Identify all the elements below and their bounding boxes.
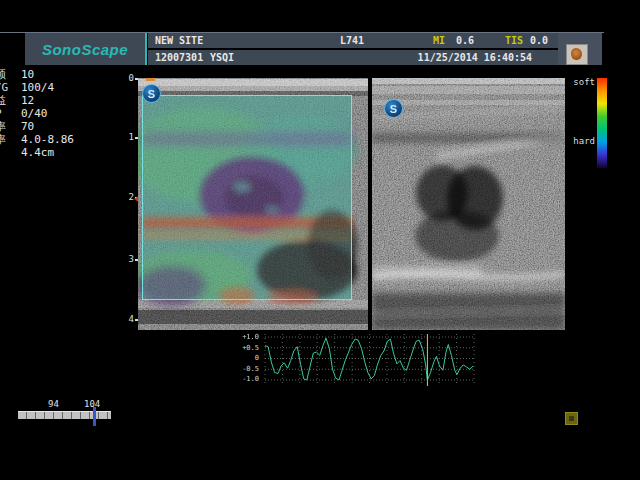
depth-mark-3: 3	[126, 255, 134, 264]
param-label: 频	[0, 68, 21, 81]
param-label: 益	[0, 94, 21, 107]
tis-label: TIS	[505, 33, 523, 48]
param-value: 4.0-8.86	[21, 133, 74, 146]
mi-label: MI	[433, 33, 445, 48]
body-mark-icon	[571, 48, 582, 60]
sonoscape-badge-icon: S	[142, 84, 161, 103]
param-row: /G100/4	[0, 81, 113, 94]
probe-model: L741	[340, 33, 364, 48]
orientation-marker-icon	[146, 78, 155, 81]
depth-mark-1: 1	[126, 133, 134, 142]
image-parameter-list: 频10 /G100/4 益12 P0/40 率70 率4.0-8.86 4.4c…	[0, 68, 113, 159]
body-mark-thumbnail[interactable]	[566, 44, 588, 65]
status-indicator-icon	[565, 412, 578, 425]
elastography-image	[138, 78, 368, 330]
exam-info-row-2: 12007301 YSQI 11/25/2014 16:40:54	[148, 50, 558, 65]
param-row: 率4.0-8.86	[0, 133, 113, 146]
param-row: 4.4cm	[0, 146, 113, 159]
depth-mark-4: 4	[126, 315, 134, 324]
strain-ylabel: -1.0	[239, 375, 259, 383]
param-value: 10	[21, 68, 34, 81]
param-row: 益12	[0, 94, 113, 107]
cine-position-marker[interactable]	[93, 407, 96, 426]
exam-info-row-1: NEW SITE L741 MI 0.6 TIS 0.0	[148, 33, 558, 48]
sonoscape-badge-icon: S	[384, 99, 403, 118]
cine-frame-start: 94	[48, 399, 59, 409]
elasto-colorbar	[597, 78, 607, 168]
tis-value: 0.0	[530, 33, 548, 48]
bmode-image	[372, 78, 565, 330]
strain-curve-graph	[262, 334, 477, 386]
param-value: 12	[21, 94, 34, 107]
strain-ylabel: +0.5	[239, 344, 259, 352]
strain-ylabel: 0	[239, 354, 259, 362]
param-value: 0/40	[21, 107, 48, 120]
mi-value: 0.6	[456, 33, 474, 48]
strain-ylabel: +1.0	[239, 333, 259, 341]
exam-info-band: NEW SITE L741 MI 0.6 TIS 0.0 12007301 YS…	[148, 33, 558, 65]
elasto-soft-label: soft	[568, 77, 595, 87]
brand-logo-text: SonoScape	[42, 41, 128, 58]
param-row: 频10	[0, 68, 113, 81]
param-value: 100/4	[21, 81, 54, 94]
param-label: 率	[0, 120, 21, 133]
patient-id: 12007301	[155, 50, 203, 65]
param-label	[0, 146, 21, 159]
param-value: 70	[21, 120, 34, 133]
brand-logo: SonoScape	[25, 33, 145, 65]
param-row: P0/40	[0, 107, 113, 120]
param-row: 率70	[0, 120, 113, 133]
status-indicator-glyph	[569, 416, 574, 421]
exam-datetime: 11/25/2014 16:40:54	[418, 50, 532, 65]
site-name: NEW SITE	[155, 33, 203, 48]
param-label: 率	[0, 133, 21, 146]
header-divider	[145, 33, 147, 65]
param-label: P	[0, 107, 21, 120]
param-label: /G	[0, 81, 21, 94]
ultrasound-screen: SonoScape NEW SITE L741 MI 0.6 TIS 0.0 1…	[0, 0, 640, 480]
depth-mark-0: 0	[126, 74, 134, 83]
patient-name: YSQI	[210, 50, 234, 65]
param-value: 4.4cm	[21, 146, 54, 159]
elasto-hard-label: hard	[568, 136, 595, 146]
depth-mark-2: 2	[126, 193, 134, 202]
cine-scrollbar[interactable]	[18, 411, 111, 419]
strain-ylabel: -0.5	[239, 365, 259, 373]
